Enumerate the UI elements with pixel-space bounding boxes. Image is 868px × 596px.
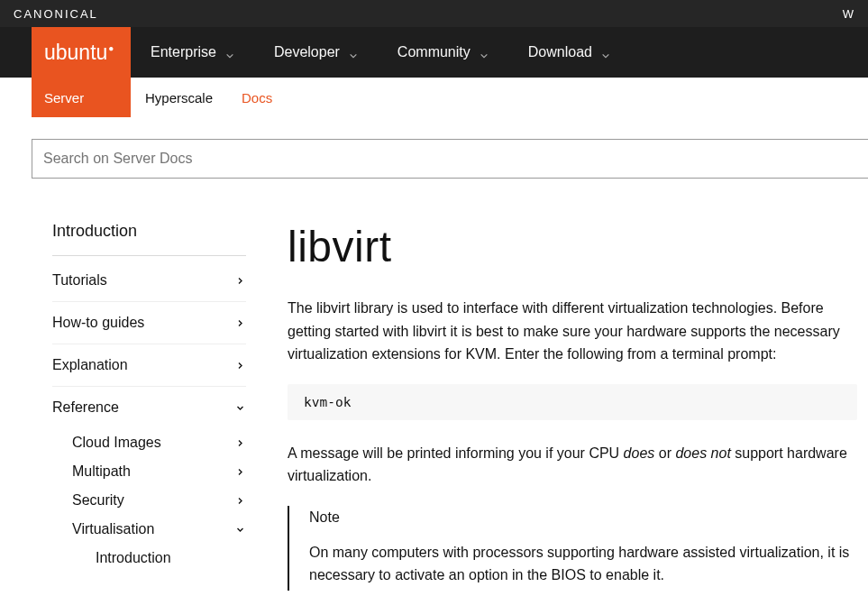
sidebar-item-label: Multipath — [72, 463, 131, 480]
code-block-kvm-ok: kvm-ok — [288, 384, 857, 420]
chevron-down-icon — [236, 404, 244, 412]
top-right-fragment: W — [843, 7, 854, 21]
sidebar-item-label: Reference — [52, 399, 119, 416]
chevron-right-icon — [236, 468, 244, 476]
sidebar-item-howto[interactable]: How-to guides — [52, 302, 246, 344]
search-input[interactable] — [32, 139, 868, 179]
emphasis: does not — [675, 445, 730, 461]
subnav-hyperscale[interactable]: Hyperscale — [131, 78, 227, 117]
sidebar-item-reference[interactable]: Reference — [52, 387, 246, 428]
note-title: Note — [309, 509, 857, 526]
chevron-down-icon — [349, 48, 358, 57]
sidebar-heading[interactable]: Introduction — [52, 222, 246, 256]
search-container — [0, 117, 868, 179]
intro-paragraph: The libvirt library is used to interface… — [288, 297, 857, 366]
sidebar-sub-security[interactable]: Security — [52, 486, 246, 515]
subnav-label: Server — [44, 90, 84, 105]
sidebar-item-label: Tutorials — [52, 272, 107, 289]
nav-developer[interactable]: Developer — [254, 27, 378, 78]
sidebar-item-label: Security — [72, 492, 124, 509]
chevron-right-icon — [236, 319, 244, 327]
chevron-down-icon — [236, 526, 244, 534]
page-title: libvirt — [288, 222, 857, 271]
sidebar: Introduction Tutorials How-to guides Exp… — [52, 222, 246, 591]
content-area: Introduction Tutorials How-to guides Exp… — [0, 179, 868, 591]
subnav-server[interactable]: Server — [32, 78, 131, 117]
text-fragment: or — [654, 445, 675, 461]
sub-nav: Server Hyperscale Docs — [0, 78, 868, 117]
sidebar-item-label: Cloud Images — [72, 435, 161, 451]
sidebar-leaf-introduction[interactable]: Introduction — [52, 544, 246, 573]
main-nav: ubuntu● Enterprise Developer Community D… — [0, 27, 868, 78]
canonical-brand[interactable]: CANONICAL — [14, 7, 98, 21]
chevron-down-icon — [601, 48, 610, 57]
canonical-top-bar: CANONICAL W — [0, 0, 868, 27]
text-fragment: A message will be printed informing you … — [288, 445, 624, 461]
sidebar-item-label: Virtualisation — [72, 521, 154, 537]
subnav-label: Hyperscale — [145, 90, 213, 105]
ubuntu-circle-icon: ● — [108, 43, 114, 53]
sidebar-sub-cloud-images[interactable]: Cloud Images — [52, 428, 246, 457]
sidebar-item-explanation[interactable]: Explanation — [52, 344, 246, 387]
chevron-right-icon — [236, 497, 244, 505]
nav-label: Community — [397, 44, 471, 60]
nav-download[interactable]: Download — [508, 27, 630, 78]
note-body: On many computers with processors suppor… — [309, 542, 857, 587]
ubuntu-logo[interactable]: ubuntu● — [32, 27, 131, 78]
logo-text: ubuntu — [44, 41, 107, 64]
sidebar-sub-multipath[interactable]: Multipath — [52, 457, 246, 486]
nav-community[interactable]: Community — [378, 27, 508, 78]
nav-label: Download — [528, 44, 592, 60]
result-paragraph: A message will be printed informing you … — [288, 442, 857, 488]
emphasis: does — [624, 445, 655, 461]
nav-enterprise[interactable]: Enterprise — [131, 27, 254, 78]
chevron-down-icon — [225, 48, 234, 57]
sidebar-item-label: Explanation — [52, 357, 128, 373]
sidebar-item-tutorials[interactable]: Tutorials — [52, 260, 246, 302]
chevron-down-icon — [480, 48, 489, 57]
main-content: libvirt The libvirt library is used to i… — [288, 222, 868, 591]
nav-label: Enterprise — [151, 44, 216, 60]
note-box: Note On many computers with processors s… — [288, 506, 857, 591]
chevron-right-icon — [236, 439, 244, 447]
chevron-right-icon — [236, 277, 244, 285]
nav-label: Developer — [274, 44, 340, 60]
subnav-label: Docs — [242, 90, 272, 105]
subnav-docs[interactable]: Docs — [227, 78, 287, 117]
sidebar-item-label: Introduction — [96, 550, 171, 565]
chevron-right-icon — [236, 362, 244, 370]
sidebar-item-label: How-to guides — [52, 315, 144, 331]
sidebar-sub-virtualisation[interactable]: Virtualisation — [52, 515, 246, 544]
